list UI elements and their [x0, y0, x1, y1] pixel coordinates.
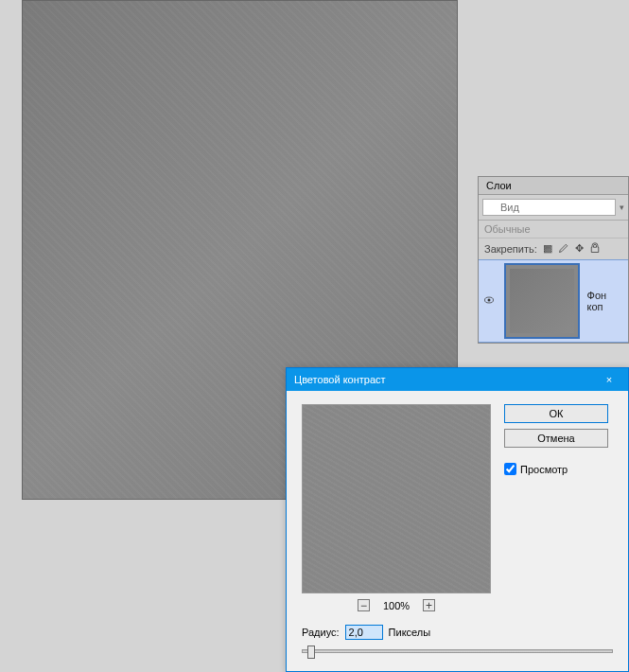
lock-pixels-icon[interactable]: ▩: [543, 242, 552, 256]
zoom-controls: − 100% +: [302, 599, 491, 611]
preview-checkbox[interactable]: [504, 463, 516, 475]
close-icon[interactable]: ×: [590, 368, 628, 391]
layer-kind-select[interactable]: [482, 199, 616, 216]
zoom-in-button[interactable]: +: [423, 599, 435, 611]
cancel-button[interactable]: Отмена: [504, 429, 608, 448]
radius-slider-thumb[interactable]: [307, 645, 315, 659]
chevron-down-icon[interactable]: ▾: [620, 203, 624, 212]
radius-slider[interactable]: [302, 649, 613, 653]
lock-label: Закрепить:: [484, 243, 537, 255]
high-pass-dialog: Цветовой контраст × − 100% + ОК Отмена П…: [286, 367, 629, 672]
layer-thumbnail[interactable]: [504, 263, 580, 339]
layers-panel: Слои 🔍 ▾ Обычные Закрепить: ▩ ✥ Фон коп: [478, 176, 629, 344]
radius-slider-row: [287, 644, 628, 663]
dialog-titlebar[interactable]: Цветовой контраст ×: [287, 368, 628, 391]
preview-checkbox-label: Просмотр: [520, 464, 568, 475]
layer-row[interactable]: Фон коп: [479, 259, 628, 343]
dialog-title-text: Цветовой контраст: [294, 374, 386, 385]
radius-input[interactable]: [345, 625, 383, 640]
radius-row: Радиус: Пикселы: [287, 621, 628, 644]
zoom-out-button[interactable]: −: [358, 599, 370, 611]
zoom-percent-label: 100%: [383, 600, 410, 611]
layer-name-label[interactable]: Фон коп: [587, 290, 625, 312]
lock-position-icon[interactable]: ✥: [575, 242, 584, 256]
lock-all-icon[interactable]: [589, 242, 601, 256]
blend-mode-select[interactable]: Обычные: [479, 221, 628, 239]
radius-units-label: Пикселы: [389, 627, 431, 638]
radius-label: Радиус:: [302, 627, 340, 638]
layers-tab[interactable]: Слои: [479, 177, 628, 195]
filter-preview[interactable]: [302, 404, 491, 593]
ok-button[interactable]: ОК: [504, 404, 608, 423]
visibility-toggle-icon[interactable]: [481, 294, 497, 308]
layers-search-row: 🔍 ▾: [479, 195, 628, 221]
preview-checkbox-row[interactable]: Просмотр: [504, 463, 608, 475]
svg-point-1: [487, 299, 490, 302]
lock-row: Закрепить: ▩ ✥: [479, 239, 628, 259]
lock-brush-icon[interactable]: [558, 242, 569, 256]
